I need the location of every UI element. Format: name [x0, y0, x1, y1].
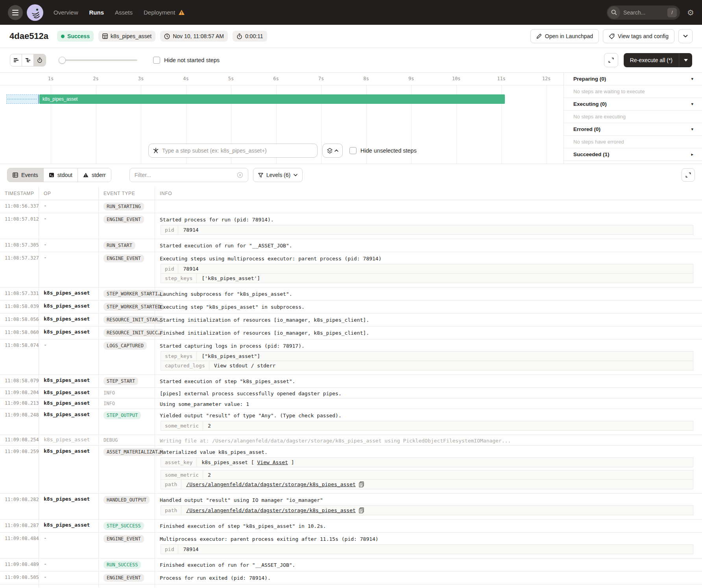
step-subset-input[interactable]	[162, 147, 313, 154]
path-link[interactable]: /Users/alangenfeld/data/dagster/storage/…	[186, 481, 355, 487]
path-link[interactable]: /Users/alangenfeld/data/dagster/storage/…	[186, 507, 355, 513]
event-row[interactable]: 11:09:08.505-ENGINE_EVENTProcess for run…	[0, 571, 702, 584]
event-type-cell: LOGS_CAPTURED	[99, 339, 155, 374]
run-actions-dropdown-button[interactable]	[678, 29, 693, 43]
gantt-fullscreen-button[interactable]	[604, 53, 618, 67]
step-panel-section-errored[interactable]: Errored (0)▾	[564, 123, 702, 136]
event-row[interactable]: 11:09:08.254k8s_pipes_assetDEBUGWriting …	[0, 435, 702, 446]
chevron-down-icon	[294, 174, 297, 176]
event-info-cell: Finished execution of run for "__ASSET_J…	[155, 559, 702, 571]
status-badge[interactable]: Success	[57, 31, 94, 42]
metadata-key: pid	[161, 264, 178, 273]
job-name-badge[interactable]: k8s_pipes_asset	[98, 31, 155, 42]
hamburger-menu-button[interactable]	[8, 5, 23, 20]
event-row[interactable]: 11:09:08.287k8s_pipes_assetSTEP_SUCCESSF…	[0, 520, 702, 533]
open-in-launchpad-button[interactable]: Open in Launchpad	[530, 29, 599, 43]
events-fullscreen-button[interactable]	[682, 168, 695, 182]
view-mode-timed-button[interactable]	[34, 54, 46, 66]
gear-icon[interactable]: ⚙	[687, 9, 694, 17]
event-row[interactable]: 11:08:58.079k8s_pipes_assetSTEP_STARTSta…	[0, 375, 702, 388]
nav-item-runs[interactable]: Runs	[89, 9, 104, 16]
event-timestamp: 11:09:08.259	[0, 446, 39, 493]
event-type-label: INFO	[103, 389, 115, 396]
view-mode-flat-button[interactable]	[10, 54, 22, 66]
clear-filter-icon[interactable]	[237, 172, 243, 178]
tab-events[interactable]: Events	[7, 168, 44, 182]
nav-item-assets[interactable]: Assets	[115, 9, 133, 16]
reexecute-dropdown-button[interactable]	[679, 53, 692, 67]
step-panel-section-executing[interactable]: Executing (0)▾	[564, 98, 702, 111]
timeline-tick: 5s	[228, 76, 234, 81]
event-timestamp	[0, 584, 39, 588]
view-mode-waterfall-button[interactable]	[22, 54, 34, 66]
metadata-value: 2	[203, 421, 216, 430]
event-row[interactable]: 11:08:57.327-ENGINE_EVENTExecuting steps…	[0, 252, 702, 288]
search-icon	[608, 6, 620, 19]
hide-unselected-checkbox[interactable]	[349, 147, 357, 154]
warning-icon	[178, 9, 185, 15]
nav-item-deployment[interactable]: Deployment	[144, 9, 185, 16]
global-search[interactable]: /	[607, 6, 680, 20]
event-op: k8s_pipes_asset	[39, 388, 99, 398]
event-row[interactable]	[0, 584, 702, 588]
events-toolbar: Eventsstdoutstderr Levels (6)	[0, 164, 702, 185]
zoom-slider-handle[interactable]	[59, 57, 66, 64]
event-type-cell: ENGINE_EVENT	[99, 252, 155, 287]
event-row[interactable]: 11:09:08.204k8s_pipes_assetINFO[pipes] e…	[0, 388, 702, 398]
dagster-logo[interactable]	[27, 4, 43, 21]
event-type-badge: STEP_START	[103, 377, 138, 385]
layers-toggle-button[interactable]	[322, 144, 343, 158]
step-panel-empty-message: No steps are executing	[564, 111, 702, 123]
tab-stdout[interactable]: stdout	[44, 168, 78, 182]
step-panel-section-succeeded[interactable]: Succeeded (1)▸	[564, 148, 702, 161]
run-duration-badge[interactable]: 0:00:11	[233, 31, 267, 42]
event-row[interactable]: 11:09:08.248k8s_pipes_assetSTEP_OUTPUTYi…	[0, 409, 702, 435]
zoom-slider-track[interactable]	[59, 59, 137, 61]
event-row[interactable]: 11:09:08.282k8s_pipes_assetHANDLED_OUTPU…	[0, 494, 702, 520]
event-row[interactable]: 11:09:08.489-RUN_SUCCESSFinished executi…	[0, 559, 702, 571]
step-subset-field[interactable]	[148, 144, 318, 158]
step-panel-empty-message: No steps are waiting to execute	[564, 85, 702, 98]
timeline-tick: 2s	[93, 76, 98, 81]
reexecute-all-button[interactable]: Re-execute all (*)	[624, 53, 679, 67]
event-op: k8s_pipes_asset	[39, 300, 99, 313]
event-row[interactable]: 11:08:58.060k8s_pipes_assetRESOURCE_INIT…	[0, 326, 702, 339]
metadata-row: step_keys['k8s_pipes_asset']	[161, 273, 693, 283]
hide-unselected-label: Hide unselected steps	[360, 147, 417, 154]
gantt-step-bar[interactable]: k8s_pipes_asset	[39, 94, 505, 104]
metadata-text: ['k8s_pipes_asset']	[201, 275, 260, 281]
event-row[interactable]: 11:08:58.039k8s_pipes_assetSTEP_WORKER_S…	[0, 300, 702, 313]
metadata-value: 78914	[178, 264, 203, 273]
view-tags-config-button[interactable]: View tags and config	[603, 29, 674, 43]
copy-icon[interactable]	[359, 481, 364, 487]
event-timestamp: 11:08:57.305	[0, 239, 39, 252]
event-op: -	[39, 239, 99, 252]
events-section: Eventsstdoutstderr Levels (6) TIMESTAMPO…	[0, 164, 702, 588]
search-input[interactable]	[623, 9, 664, 16]
nav-item-overview[interactable]: Overview	[54, 9, 78, 16]
event-type-cell: STEP_OUTPUT	[99, 409, 155, 435]
event-row[interactable]: 11:08:58.056k8s_pipes_assetRESOURCE_INIT…	[0, 313, 702, 326]
step-panel-section-preparing[interactable]: Preparing (0)▾	[564, 73, 702, 85]
metadata-key: captured_logs	[161, 361, 209, 370]
hide-not-started-checkbox[interactable]	[153, 57, 160, 64]
gantt-chart: 1s2s3s4s5s6s7s8s9s10s11s12s k8s_pipes_as…	[0, 73, 563, 164]
event-row[interactable]: 11:09:08.259k8s_pipes_assetASSET_MATERIA…	[0, 446, 702, 494]
tab-stderr[interactable]: stderr	[78, 168, 111, 182]
events-filter-field[interactable]	[129, 168, 248, 182]
event-row[interactable]: 11:08:58.074-LOGS_CAPTUREDStarted captur…	[0, 339, 702, 375]
zoom-slider[interactable]	[59, 54, 137, 66]
event-row[interactable]: 11:09:08.484-ENGINE_EVENTMultiprocess ex…	[0, 533, 702, 559]
levels-filter-button[interactable]: Levels (6)	[253, 168, 303, 182]
event-row[interactable]: 11:08:57.305-RUN_STARTStarted execution …	[0, 239, 702, 252]
metadata-row: pid78914	[161, 544, 693, 554]
events-filter-input[interactable]	[135, 172, 234, 178]
event-row[interactable]: 11:08:57.012-ENGINE_EVENTStarted process…	[0, 213, 702, 239]
event-row[interactable]: 11:08:57.331k8s_pipes_assetSTEP_WORKER_S…	[0, 288, 702, 300]
event-row[interactable]: 11:08:56.337-RUN_STARTING	[0, 200, 702, 213]
copy-icon[interactable]	[359, 507, 364, 513]
event-row[interactable]: 11:09:08.213k8s_pipes_assetINFOUsing som…	[0, 398, 702, 409]
run-datetime-badge[interactable]: Nov 10, 11:08:57 AM	[160, 31, 228, 42]
metadata-row: path/Users/alangenfeld/data/dagster/stor…	[161, 505, 693, 515]
view-asset-link[interactable]: View Asset	[257, 459, 288, 465]
